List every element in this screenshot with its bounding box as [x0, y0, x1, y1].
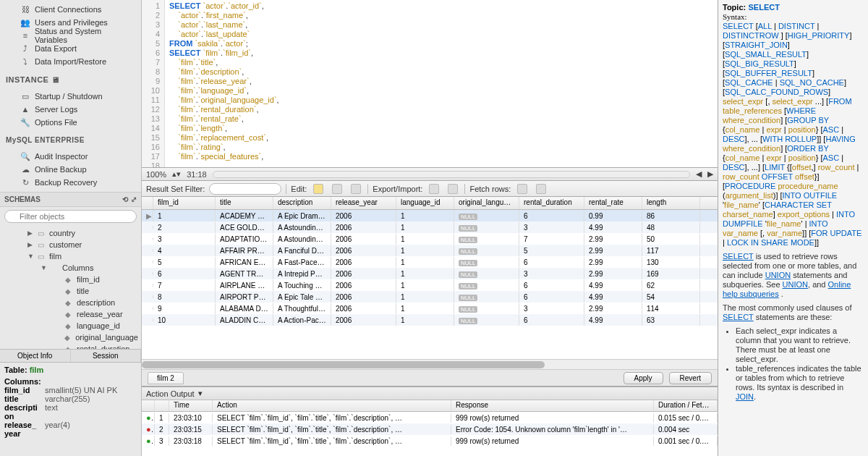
- zoom-level[interactable]: 100%: [146, 170, 166, 179]
- column-header[interactable]: release_year: [331, 197, 396, 209]
- column-header[interactable]: rental_duration: [519, 197, 584, 209]
- result-filter-input[interactable]: [209, 183, 281, 195]
- zoom-stepper-icon[interactable]: ▴▾: [172, 169, 181, 179]
- edit-icon[interactable]: [311, 183, 326, 195]
- tree-label: Columns: [62, 263, 93, 272]
- union-link[interactable]: UNION: [765, 271, 791, 279]
- table-row[interactable]: 7AIRPLANE SIERRAA Touching Sa…20061NULL6…: [142, 279, 718, 291]
- tree-item[interactable]: ▼▭film: [0, 250, 141, 262]
- dropdown-icon[interactable]: ▾: [198, 389, 203, 398]
- scroll-left-icon[interactable]: ◀: [696, 169, 702, 179]
- edit-delete-icon[interactable]: [349, 183, 363, 195]
- filter-input[interactable]: [4, 210, 137, 223]
- column-header[interactable]: language_id: [396, 197, 454, 209]
- null-badge: NULL: [459, 271, 477, 278]
- help-paragraph: SELECT is used to retrieve rows selected…: [723, 252, 864, 299]
- table-row[interactable]: 9ALABAMA DEVILA Thoughtful …20061NULL32.…: [142, 303, 718, 314]
- tree-arrow-icon[interactable]: ▼: [27, 253, 35, 260]
- select-link-2[interactable]: SELECT: [723, 313, 754, 321]
- enterprise-item[interactable]: ↻Backup Recovery: [0, 176, 141, 189]
- tree-item[interactable]: ◆language_id: [0, 320, 141, 332]
- table-row[interactable]: ▶1ACADEMY DIN…A Epic Drama …20061NULL60.…: [142, 210, 718, 221]
- action-output-row[interactable]: ●123:03:10SELECT `film`.`film_id`, `film…: [142, 412, 718, 423]
- nav-icon: 👥: [20, 17, 30, 28]
- schema-tree[interactable]: ▶▭country▶▭customer▼▭film▼Columns◆film_i…: [0, 226, 141, 349]
- instance-item[interactable]: ▲Server Logs: [0, 103, 141, 116]
- tree-item[interactable]: ◆rental_duration: [0, 343, 141, 349]
- tree-item[interactable]: ◆release_year: [0, 308, 141, 320]
- table-row[interactable]: 3ADAPTATION …A Astounding …20061NULL72.9…: [142, 233, 718, 245]
- management-item[interactable]: ⛓Client Connections: [0, 3, 141, 16]
- union-link-2[interactable]: UNION: [783, 280, 808, 289]
- table-row[interactable]: 4AFFAIR PREJU…A Fanciful Doc…20061NULL52…: [142, 245, 718, 256]
- column-header[interactable]: [142, 197, 153, 209]
- action-output-row[interactable]: ●323:03:18SELECT `film`.`film_id`, `film…: [142, 435, 718, 447]
- grid-scrollbar[interactable]: [142, 359, 718, 369]
- sql-editor[interactable]: 123456789101112131415161718 SELECT `acto…: [142, 0, 718, 168]
- column-info-row: film_idsmallint(5) UN AI PK: [4, 386, 137, 394]
- tree-item[interactable]: ◆title: [0, 285, 141, 297]
- grid-header[interactable]: film_idtitledescriptionrelease_yearlangu…: [142, 197, 718, 210]
- table-row[interactable]: 6AGENT TRUMANA Intrepid Pan…20061NULL32.…: [142, 268, 718, 279]
- expand-icon[interactable]: ⤢: [131, 195, 137, 203]
- import-icon[interactable]: [446, 183, 460, 195]
- tree-item[interactable]: ▶▭customer: [0, 239, 141, 250]
- refresh-icon[interactable]: ⟲: [122, 195, 128, 203]
- revert-button[interactable]: Revert: [669, 372, 712, 384]
- column-header[interactable]: length: [642, 197, 700, 209]
- column-header[interactable]: title: [216, 197, 273, 209]
- tree-item[interactable]: ◆original_language: [0, 332, 141, 343]
- enterprise-header: MySQL ENTERPRISE: [0, 132, 141, 147]
- enterprise-item[interactable]: 🔍Audit Inspector: [0, 150, 141, 163]
- column-header[interactable]: original_langua…: [454, 197, 519, 209]
- tab-object-info[interactable]: Object Info: [0, 350, 71, 362]
- action-output-panel: Action Output ▾ Time Action Response Dur…: [142, 387, 718, 456]
- nav-icon: ⤵: [20, 56, 30, 67]
- syntax-label: Syntax:: [723, 12, 864, 22]
- enterprise-item[interactable]: ☁Online Backup: [0, 163, 141, 176]
- tree-label: original_language: [75, 333, 138, 342]
- edit-add-icon[interactable]: [330, 183, 344, 195]
- tree-arrow-icon[interactable]: ▼: [41, 264, 48, 271]
- tree-item[interactable]: ▼Columns: [0, 262, 141, 274]
- instance-item[interactable]: ▭Startup / Shutdown: [0, 90, 141, 103]
- scroll-right-icon[interactable]: ▶: [707, 169, 713, 179]
- management-item[interactable]: ≡Status and System Variables: [0, 29, 141, 42]
- schemas-header: SCHEMAS ⟲ ⤢: [0, 192, 141, 207]
- join-link[interactable]: JOIN: [736, 392, 754, 401]
- column-header[interactable]: film_id: [153, 197, 216, 209]
- nav-label: Backup Recovery: [35, 178, 97, 187]
- table-row[interactable]: 10ALADDIN CAL…A Action-Pack…20061NULL64.…: [142, 314, 718, 326]
- instance-icon: 🖥: [51, 75, 60, 84]
- management-item[interactable]: ⤵Data Import/Restore: [0, 55, 141, 68]
- tab-session[interactable]: Session: [71, 350, 142, 362]
- code-content[interactable]: SELECT `actor`.`actor_id`, `actor`.`firs…: [165, 0, 718, 167]
- tree-arrow-icon[interactable]: ▶: [27, 241, 35, 248]
- table-row[interactable]: 8AIRPORT POLL…A Epic Tale of …20061NULL6…: [142, 291, 718, 303]
- tree-item[interactable]: ◆description: [0, 297, 141, 308]
- table-row[interactable]: 2ACE GOLDFIN…A Astounding …20061NULL34.9…: [142, 221, 718, 233]
- null-badge: NULL: [459, 306, 477, 313]
- tree-node-icon: ◆: [65, 311, 74, 318]
- tree-item[interactable]: ◆film_id: [0, 274, 141, 285]
- instance-item[interactable]: 🔧Options File: [0, 116, 141, 129]
- action-output-row[interactable]: ●223:03:15SELECT `film`.`film_id`, `film…: [142, 423, 718, 435]
- result-tab[interactable]: film 2: [148, 372, 184, 384]
- fetch-next-icon[interactable]: [515, 183, 529, 195]
- horizontal-scrollbar[interactable]: [213, 171, 690, 178]
- nav-icon: 🔧: [20, 117, 30, 127]
- null-badge: NULL: [459, 237, 477, 243]
- export-icon[interactable]: [427, 183, 441, 195]
- fetch-all-icon[interactable]: [534, 183, 548, 195]
- grid-body[interactable]: ▶1ACADEMY DIN…A Epic Drama …20061NULL60.…: [142, 210, 718, 359]
- apply-button[interactable]: Apply: [624, 372, 663, 384]
- nav-label: Client Connections: [35, 5, 101, 14]
- table-row[interactable]: 5AFRICAN EGGA Fast-Paced …20061NULL62.99…: [142, 256, 718, 268]
- tree-arrow-icon[interactable]: ▶: [27, 229, 35, 237]
- tree-node-icon: ▭: [38, 229, 46, 237]
- tree-item[interactable]: ▶▭country: [0, 227, 141, 239]
- select-link[interactable]: SELECT: [723, 252, 754, 261]
- column-header[interactable]: rental_rate: [584, 197, 642, 209]
- column-header[interactable]: description: [273, 197, 331, 209]
- tree-label: release_year: [77, 310, 123, 318]
